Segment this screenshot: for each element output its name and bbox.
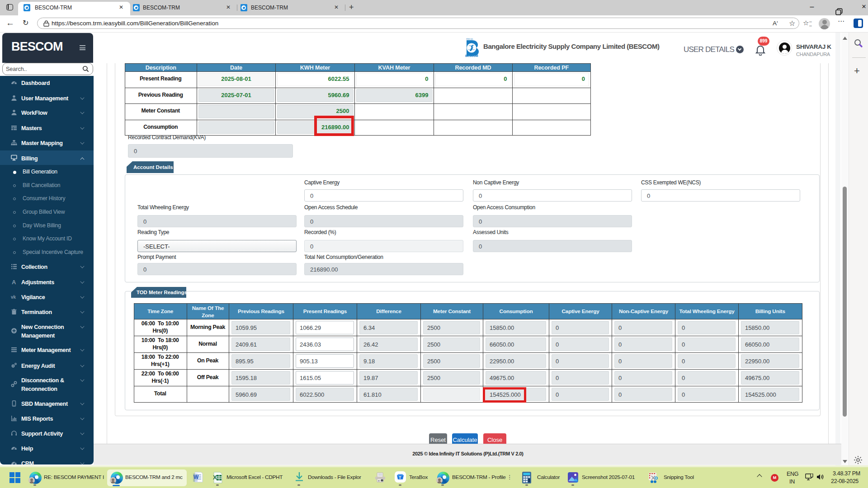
svg-text:ನೆಮಯ: ನೆಮಯ	[466, 38, 473, 40]
svg-text:T: T	[399, 475, 401, 480]
svg-text:X: X	[213, 474, 217, 481]
svg-text:vk: vk	[11, 295, 16, 300]
svg-text:W: W	[193, 474, 199, 480]
svg-text:BESCOM: BESCOM	[465, 54, 478, 57]
svg-text:A: A	[12, 279, 16, 285]
